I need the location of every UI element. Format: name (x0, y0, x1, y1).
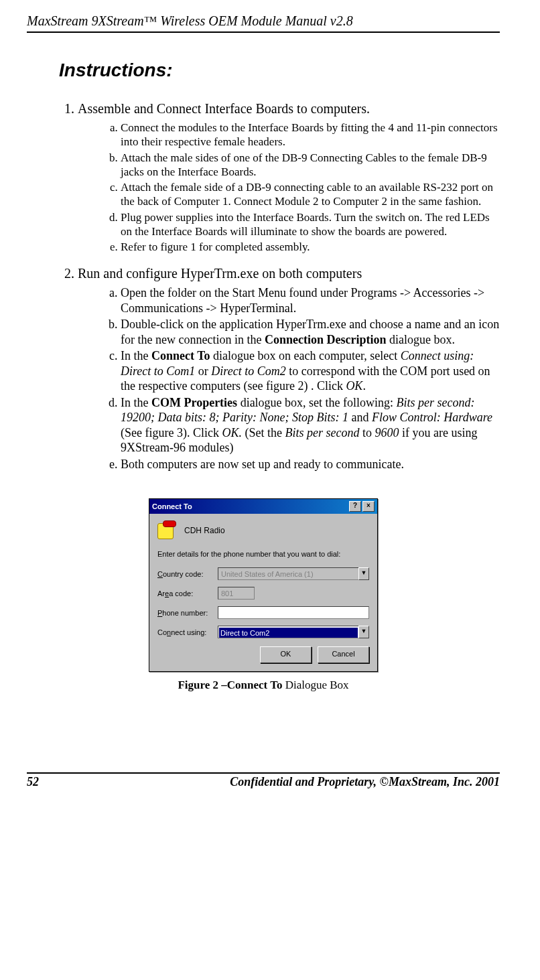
fig-cap-lead: Figure 2 – (178, 679, 226, 691)
country-field: United States of America (1) (218, 567, 358, 580)
step-1: Assemble and Connect Interface Boards to… (78, 101, 500, 254)
s2d-12: 9600 (375, 426, 399, 439)
fig-cap-bold: Connect To (227, 679, 283, 691)
step-1d: Plug power supplies into the Interface B… (121, 210, 500, 239)
dialog-title: Connect To (152, 502, 348, 510)
step-2b: Double-click on the application HyperTrm… (121, 317, 500, 347)
s2d-3: dialogue box, set the following: (237, 396, 396, 409)
step-2-substeps: Open the folder on the Start Menu found … (105, 285, 500, 472)
country-dropdown-arrow-icon[interactable]: ▼ (358, 567, 369, 580)
dialog-instruction: Enter details for the phone number that … (157, 550, 369, 558)
label-connect-using: Connect using: (157, 628, 218, 636)
connect-using-field[interactable]: Direct to Com2 (218, 626, 358, 638)
step-2b-bold: Connection Description (265, 333, 387, 346)
connect-using-dropdown-arrow-icon[interactable]: ▼ (358, 626, 369, 638)
s2d-2: COM Properties (151, 396, 237, 409)
step-1e: Refer to figure 1 for completed assembly… (121, 240, 500, 254)
figure-caption: Figure 2 –Connect To Dialogue Box (27, 679, 500, 692)
dialog-body: CDH Radio Enter details for the phone nu… (149, 514, 377, 671)
s2c-3: dialogue box on each computer, select (210, 349, 401, 362)
s2c-6: Direct to Com2 (211, 364, 285, 378)
step-2e: Both computers are now set up and ready … (121, 457, 500, 472)
connection-name: CDH Radio (184, 526, 225, 535)
step-1a: Connect the modules to the Interface Boa… (121, 121, 500, 149)
step-2c: In the Connect To dialogue box on each c… (121, 348, 500, 394)
step-1-substeps: Connect the modules to the Interface Boa… (105, 121, 500, 254)
figure-2: Connect To ? × CDH Radio Enter details f… (27, 498, 500, 692)
s2d-11: to (359, 426, 375, 439)
s2c-8: OK (346, 379, 362, 393)
s2d-9: (Set the (242, 426, 285, 439)
page-footer: 52 Confidential and Proprietary, ©MaxStr… (27, 772, 500, 789)
running-header: MaxStream 9XStream™ Wireless OEM Module … (27, 13, 500, 31)
s2d-8: OK. (222, 426, 242, 439)
section-title: Instructions: (59, 60, 500, 81)
page-number: 52 (27, 775, 39, 789)
footer-copyright: Confidential and Proprietary, ©MaxStream… (79, 775, 500, 789)
label-area: Area code: (157, 589, 218, 598)
connect-to-dialog: Connect To ? × CDH Radio Enter details f… (149, 498, 378, 672)
step-2-title: Run and configure HyperTrm.exe on both c… (78, 266, 362, 281)
s2d-1: In the (121, 396, 151, 409)
s2d-6: Flow Control: Hardware (372, 411, 492, 424)
s2c-1: In the (121, 349, 151, 362)
s2d-10: Bits per second (285, 426, 359, 439)
step-2d: In the COM Properties dialogue box, set … (121, 395, 500, 456)
step-1c: Attach the female side of a DB-9 connect… (121, 180, 500, 209)
s2d-7: (See figure 3). Click (121, 426, 222, 439)
label-phone: Phone number: (157, 609, 218, 617)
step-2b-post: dialogue box. (386, 333, 454, 346)
phone-icon (157, 520, 178, 541)
header-rule (27, 31, 500, 33)
s2d-5: and (348, 411, 372, 424)
label-country: Country code: (157, 570, 218, 578)
step-1-title: Assemble and Connect Interface Boards to… (78, 101, 370, 116)
fig-cap-tail: Dialogue Box (282, 679, 348, 691)
s2c-2: Connect To (151, 349, 210, 362)
s2c-5: or (195, 364, 211, 378)
s2c-9: . (362, 379, 366, 393)
phone-number-field[interactable] (218, 606, 369, 619)
area-code-field: 801 (218, 587, 255, 600)
connect-using-value: Direct to Com2 (219, 628, 358, 638)
help-button[interactable]: ? (349, 501, 361, 512)
cancel-button[interactable]: Cancel (318, 646, 369, 663)
step-1b: Attach the male sides of one of the DB-9… (121, 151, 500, 180)
step-2: Run and configure HyperTrm.exe on both c… (78, 266, 500, 472)
dialog-titlebar[interactable]: Connect To ? × (149, 499, 377, 514)
close-button[interactable]: × (362, 501, 375, 512)
instruction-list: Assemble and Connect Interface Boards to… (59, 101, 500, 472)
ok-button[interactable]: OK (260, 646, 312, 663)
step-2a: Open the folder on the Start Menu found … (121, 285, 500, 316)
